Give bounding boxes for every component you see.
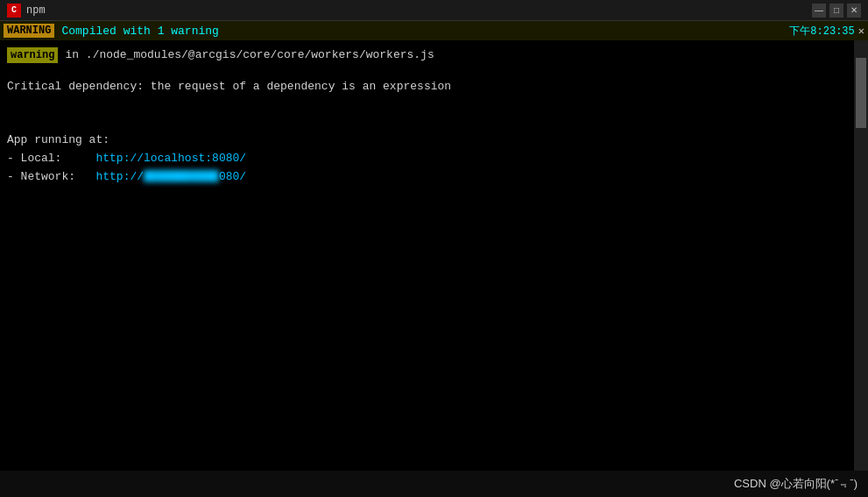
blank-line-1: [7, 65, 861, 79]
blank-line-2: [7, 96, 861, 110]
critical-message: Critical dependency: the request of a de…: [7, 79, 451, 95]
network-url: http://███████████080/: [95, 170, 246, 183]
warning-bar: WARNING Compiled with 1 warning 下午8:23:3…: [0, 21, 868, 40]
local-url-line: - Local: http://localhost:8080/: [7, 150, 861, 168]
window-title: npm: [26, 4, 812, 17]
warning-bar-badge: WARNING: [4, 24, 54, 38]
window-controls: — □ ✕: [812, 4, 861, 18]
network-url-line: - Network: http://███████████080/: [7, 168, 861, 187]
app-running-label-line: App running at:: [7, 131, 861, 150]
footer-bar: CSDN @心若向阳(*ˉ﹃ˉ): [0, 471, 868, 497]
minimize-button[interactable]: —: [812, 4, 826, 18]
terminal-content: warning in ./node_modules/@arcgis/core/c…: [0, 40, 868, 471]
blank-line-3: [7, 110, 861, 124]
window-icon: C: [7, 4, 21, 18]
local-url[interactable]: http://localhost:8080/: [95, 152, 246, 165]
title-bar: C npm — □ ✕: [0, 0, 868, 21]
warning-source: in ./node_modules/@arcgis/core/core/work…: [65, 47, 434, 63]
local-label: - Local:: [7, 152, 61, 165]
network-url-blurred: ███████████: [144, 168, 219, 187]
warning-line: warning in ./node_modules/@arcgis/core/c…: [7, 47, 861, 63]
network-label: - Network:: [7, 170, 75, 183]
terminal-window: C npm — □ ✕ WARNING Compiled with 1 warn…: [0, 0, 868, 497]
time-display: 下午8:23:35: [789, 24, 854, 39]
warning-inline-badge: warning: [7, 47, 58, 63]
scrollbar[interactable]: [854, 40, 868, 471]
app-running-section: App running at: - Local: http://localhos…: [7, 131, 861, 186]
warning-bar-time: 下午8:23:35 ✕: [789, 24, 864, 39]
scrollbar-thumb[interactable]: [856, 58, 866, 128]
footer-text: CSDN @心若向阳(*ˉ﹃ˉ): [734, 476, 857, 492]
app-running-label: App running at:: [7, 133, 109, 146]
warning-bar-close-icon[interactable]: ✕: [858, 25, 864, 38]
critical-message-line: Critical dependency: the request of a de…: [7, 79, 861, 95]
close-button[interactable]: ✕: [847, 4, 861, 18]
maximize-button[interactable]: □: [829, 4, 843, 18]
warning-bar-message: Compiled with 1 warning: [61, 25, 218, 38]
